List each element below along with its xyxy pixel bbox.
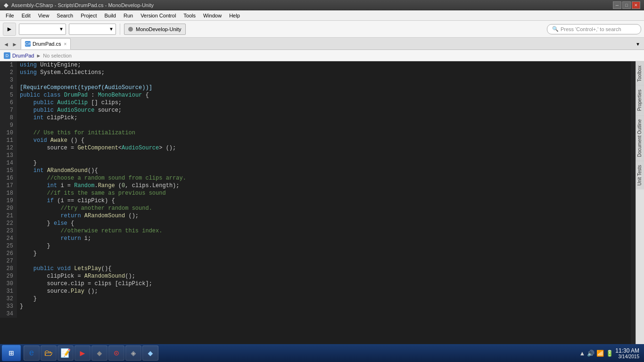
line-number: 5 <box>0 91 17 99</box>
taskbar-notepad[interactable]: 📝 <box>58 346 74 361</box>
breadcrumb-separator: ► <box>36 53 41 58</box>
breadcrumb-class[interactable]: DrumPad <box>12 53 34 58</box>
line-content: //if its the same as previous sound <box>17 189 636 197</box>
line-number: 32 <box>0 295 17 303</box>
editor-scrollbar[interactable] <box>631 61 636 344</box>
code-line-22: 22 } else { <box>0 220 636 227</box>
chrome-icon: ⊙ <box>114 348 119 358</box>
code-line-30: 30 source.clip = clips [clipPick]; <box>0 280 636 288</box>
code-line-34: 34 <box>0 310 636 318</box>
menubar: File Edit View Search Project Build Run … <box>0 10 644 21</box>
line-number: 25 <box>0 242 17 250</box>
battery-icon: 🔋 <box>606 350 613 357</box>
line-number: 21 <box>0 212 17 220</box>
line-content: } <box>17 303 636 310</box>
code-line-13: 13 <box>0 152 636 159</box>
code-line-32: 32 } <box>0 295 636 303</box>
code-line-19: 19 if (i == clipPick) { <box>0 197 636 205</box>
menu-help[interactable]: Help <box>225 10 244 20</box>
chevron-down-icon: ▼ <box>59 26 64 32</box>
tab-next-button[interactable]: ▶ <box>10 39 19 49</box>
code-line-17: 17 int i = Random.Range (0, clips.Length… <box>0 182 636 189</box>
line-number: 12 <box>0 144 17 152</box>
line-number: 3 <box>0 76 17 84</box>
line-content: return i; <box>17 235 636 242</box>
close-button[interactable]: ✕ <box>632 1 640 9</box>
menu-run[interactable]: Run <box>120 10 137 20</box>
line-content: } <box>17 250 636 257</box>
taskbar-ie[interactable]: e <box>24 346 40 361</box>
line-number: 22 <box>0 220 17 227</box>
line-number: 11 <box>0 137 17 144</box>
line-number: 7 <box>0 107 17 114</box>
tab-close-button[interactable]: × <box>64 41 67 47</box>
code-line-8: 8 int clipPick; <box>0 114 636 122</box>
toolbar-dropdown-2[interactable]: ▼ <box>69 24 116 35</box>
taskbar-unity[interactable]: ◆ <box>91 346 107 361</box>
signal-icon: 📶 <box>596 350 604 357</box>
code-line-12: 12 source = GetComponent<AudioSource> ()… <box>0 144 636 152</box>
toolbox-panel-tab[interactable]: Toolbox <box>636 61 644 85</box>
tab-drumpad[interactable]: C# DrumPad.cs × <box>21 38 71 49</box>
properties-panel-tab[interactable]: Properties <box>636 85 644 115</box>
line-content <box>17 257 636 265</box>
menu-tools[interactable]: Tools <box>180 10 199 20</box>
code-line-31: 31 source.Play (); <box>0 288 636 295</box>
code-line-1: 1using UnityEngine; <box>0 61 636 69</box>
line-number: 28 <box>0 265 17 272</box>
menu-project[interactable]: Project <box>77 10 100 20</box>
breadcrumb: D DrumPad ► No selection <box>0 50 644 61</box>
line-number: 13 <box>0 152 17 159</box>
editor-container: 1using UnityEngine;2using System.Collect… <box>0 61 644 344</box>
code-line-7: 7 public AudioSource source; <box>0 107 636 114</box>
start-button[interactable]: ⊞ <box>2 345 21 361</box>
line-content: source.clip = clips [clipPick]; <box>17 280 636 288</box>
line-content <box>17 310 636 318</box>
line-number: 10 <box>0 129 17 137</box>
line-number: 6 <box>0 99 17 107</box>
tab-filename: DrumPad.cs <box>33 41 61 47</box>
status-dot <box>128 27 133 32</box>
menu-edit[interactable]: Edit <box>18 10 34 20</box>
document-outline-panel-tab[interactable]: Document Outline <box>636 115 644 161</box>
search-box[interactable]: 🔍 Press 'Control+,' to search <box>547 24 641 34</box>
tab-prev-button[interactable]: ◀ <box>2 39 10 49</box>
taskbar-unity2[interactable]: ◈ <box>125 346 141 361</box>
menu-version-control[interactable]: Version Control <box>137 10 180 20</box>
line-number: 9 <box>0 122 17 129</box>
unit-tests-panel-tab[interactable]: Unit Tests <box>636 161 644 189</box>
taskbar-chrome[interactable]: ⊙ <box>108 346 124 361</box>
taskbar-monodevelop[interactable]: ◆ <box>142 346 158 361</box>
toolbar-dropdown-1[interactable]: ▼ <box>19 24 66 35</box>
code-line-20: 20 //try another random sound. <box>0 205 636 212</box>
clock: 11:30 AM 3/14/2015 <box>615 347 639 359</box>
tab-dropdown-button[interactable]: ▼ <box>634 39 642 49</box>
line-number: 18 <box>0 189 17 197</box>
code-line-15: 15 int ARandomSound(){ <box>0 167 636 174</box>
search-icon: 🔍 <box>552 26 559 32</box>
breadcrumb-icon: D <box>4 52 10 59</box>
taskbar-explorer[interactable]: 🗁 <box>41 346 57 361</box>
line-number: 20 <box>0 205 17 212</box>
tab-file-icon: C# <box>25 41 31 47</box>
menu-view[interactable]: View <box>34 10 53 20</box>
minimize-button[interactable]: ─ <box>613 1 621 9</box>
maximize-button[interactable]: □ <box>622 1 631 9</box>
code-line-4: 4[RequireComponent(typeof(AudioSource))] <box>0 84 636 91</box>
clock-date: 3/14/2015 <box>615 354 639 359</box>
play-button[interactable]: ▶ <box>3 23 16 36</box>
code-editor[interactable]: 1using UnityEngine;2using System.Collect… <box>0 61 636 344</box>
title-icon: ◆ <box>4 1 8 8</box>
line-number: 2 <box>0 69 17 76</box>
menu-search[interactable]: Search <box>53 10 77 20</box>
menu-build[interactable]: Build <box>100 10 119 20</box>
taskbar-media[interactable]: ▶ <box>74 346 91 361</box>
menu-window[interactable]: Window <box>199 10 225 20</box>
line-content: public AudioClip [] clips; <box>17 99 636 107</box>
code-line-26: 26 } <box>0 250 636 257</box>
line-content: public void LetsPlay(){ <box>17 265 636 272</box>
line-number: 14 <box>0 159 17 167</box>
code-line-29: 29 clipPick = ARandomSound(); <box>0 272 636 280</box>
code-line-10: 10 // Use this for initialization <box>0 129 636 137</box>
menu-file[interactable]: File <box>2 10 18 20</box>
